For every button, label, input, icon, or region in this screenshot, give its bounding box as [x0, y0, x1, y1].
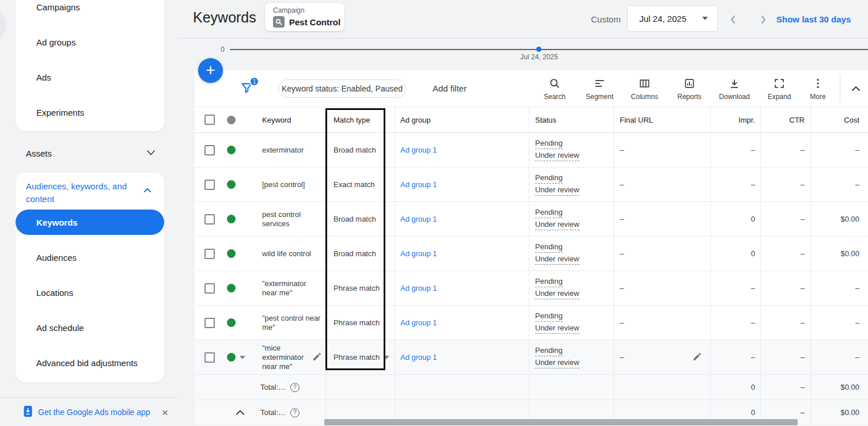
status-under-review: Under review — [535, 220, 579, 230]
search-icon — [548, 77, 561, 90]
sidebar-item-ad-schedule[interactable]: Ad schedule — [16, 310, 164, 345]
columns-icon — [638, 77, 651, 90]
table-row: exterminator Broad match Ad group 1 Pend… — [195, 133, 868, 168]
add-filter-button[interactable]: Add filter — [433, 83, 467, 93]
ad-group-link[interactable]: Ad group 1 — [400, 146, 437, 154]
date-range-mode-label: Custom — [591, 14, 621, 24]
next-date-chevron[interactable] — [757, 13, 770, 28]
match-type-dropdown-caret-icon[interactable] — [384, 356, 389, 359]
impr-cell: – — [710, 168, 760, 201]
column-header-ad-group[interactable]: Ad group — [395, 107, 529, 132]
row-checkbox[interactable] — [204, 318, 215, 328]
table-row: pest control services Broad match Ad gro… — [195, 202, 868, 237]
keyword-status-filter-chip[interactable]: Keyword status: Enabled, Paused — [278, 79, 406, 98]
column-header-cost[interactable]: Cost — [810, 107, 868, 132]
status-under-review: Under review — [535, 324, 579, 334]
total-label: Total:… — [260, 383, 286, 391]
final-url-cell: – — [613, 202, 710, 236]
column-header-impr[interactable]: Impr. — [710, 107, 760, 132]
final-url-cell: – — [613, 133, 710, 167]
collapse-table-chevron[interactable] — [846, 75, 866, 102]
cost-cell: $0.00 — [810, 202, 868, 236]
row-checkbox[interactable] — [204, 249, 215, 259]
toolbar-actions: Search Segment Columns Reports — [532, 75, 866, 102]
sidebar-item-experiments[interactable]: Experiments — [16, 95, 164, 130]
expand-button[interactable]: Expand — [757, 77, 802, 101]
close-icon[interactable]: × — [162, 407, 168, 418]
filter-count-badge: 1 — [249, 77, 259, 86]
date-picker-dropdown[interactable]: Jul 24, 2025 — [627, 5, 718, 32]
show-last-30-days-link[interactable]: Show last 30 days — [776, 14, 851, 24]
sidebar-footer-divider — [0, 397, 179, 398]
mobile-app-promo-link[interactable]: Get the Google Ads mobile app — [38, 408, 150, 417]
sidebar-item-locations[interactable]: Locations — [16, 275, 164, 310]
total-label: Total:… — [260, 408, 286, 417]
ad-group-link[interactable]: Ad group 1 — [400, 353, 437, 362]
ctr-cell: – — [760, 237, 810, 271]
horizontal-scrollbar[interactable] — [324, 419, 798, 425]
edit-final-url-pencil-icon[interactable] — [692, 352, 702, 363]
cost-cell: $0.00 — [810, 237, 868, 271]
final-url-cell: – — [613, 237, 710, 271]
row-checkbox[interactable] — [204, 145, 215, 155]
download-button[interactable]: Download — [712, 77, 757, 101]
ad-group-link[interactable]: Ad group 1 — [400, 215, 437, 223]
expand-icon — [773, 77, 786, 90]
sidebar-item-ad-groups[interactable]: Ad groups — [16, 25, 164, 60]
edit-keyword-pencil-icon[interactable] — [312, 352, 322, 363]
ad-group-link[interactable]: Ad group 1 — [400, 284, 437, 292]
chart-axis-line — [230, 49, 868, 50]
row-checkbox[interactable] — [204, 180, 215, 190]
ad-group-link[interactable]: Ad group 1 — [400, 249, 437, 258]
column-header-status[interactable]: Status — [529, 107, 613, 132]
sidebar-item-keywords[interactable]: Keywords — [16, 210, 164, 235]
ctr-cell: – — [760, 340, 810, 374]
sidebar-audiences-card: Audiences, keywords, and content Keyword… — [16, 173, 164, 382]
ad-group-link[interactable]: Ad group 1 — [400, 318, 437, 327]
column-header-keyword[interactable]: Keyword — [253, 107, 325, 132]
search-campaign-icon — [273, 16, 285, 28]
final-url-cell: – — [613, 340, 710, 374]
status-dot-header — [227, 116, 236, 124]
campaign-scope-chip[interactable]: Campaign Pest Control — [265, 3, 344, 31]
ctr-cell: – — [760, 306, 810, 340]
search-button[interactable]: Search — [532, 77, 577, 101]
table-row: "pest control near me" Phrase match Ad g… — [195, 306, 868, 340]
impr-cell: 0 — [710, 202, 760, 236]
sidebar-item-campaigns[interactable]: Campaigns — [16, 0, 164, 25]
add-keyword-button[interactable]: + — [198, 58, 223, 83]
status-enabled-dot — [227, 249, 236, 258]
reports-button[interactable]: Reports — [667, 77, 712, 101]
filter-funnel-icon[interactable]: 1 — [240, 81, 254, 96]
column-header-match-type[interactable]: Match type — [325, 107, 395, 132]
help-icon[interactable]: ? — [290, 408, 300, 417]
sidebar-item-assets[interactable]: Assets — [26, 144, 156, 162]
header-divider — [179, 38, 868, 39]
status-pending: Pending — [535, 346, 563, 356]
impr-cell: – — [710, 340, 760, 374]
help-icon[interactable]: ? — [290, 383, 300, 392]
status-enabled-dot[interactable] — [227, 353, 236, 362]
row-checkbox[interactable] — [204, 214, 215, 225]
segment-button[interactable]: Segment — [577, 77, 622, 101]
previous-date-chevron[interactable] — [727, 13, 740, 28]
impr-cell: – — [710, 306, 760, 340]
match-type-cell: Phrase match — [325, 306, 395, 340]
collapse-totals-chevron[interactable] — [225, 400, 253, 425]
column-header-ctr[interactable]: CTR — [760, 107, 810, 132]
status-dropdown-caret-icon[interactable] — [240, 356, 245, 359]
sidebar-section-audiences-keywords-content[interactable]: Audiences, keywords, and content — [16, 173, 164, 206]
segment-icon — [593, 77, 606, 90]
sidebar-item-advanced-bid-adjustments[interactable]: Advanced bid adjustments — [16, 345, 164, 381]
more-button[interactable]: More — [802, 77, 834, 101]
select-all-checkbox[interactable] — [204, 115, 215, 125]
ad-group-link[interactable]: Ad group 1 — [400, 180, 437, 189]
row-checkbox[interactable] — [204, 352, 215, 363]
status-enabled-dot — [227, 215, 236, 223]
cost-cell: – — [810, 271, 868, 305]
sidebar-item-audiences[interactable]: Audiences — [16, 240, 164, 275]
sidebar-item-ads[interactable]: Ads — [16, 60, 164, 95]
column-header-final-url[interactable]: Final URL — [613, 107, 710, 132]
row-checkbox[interactable] — [204, 283, 215, 294]
columns-button[interactable]: Columns — [622, 77, 667, 101]
